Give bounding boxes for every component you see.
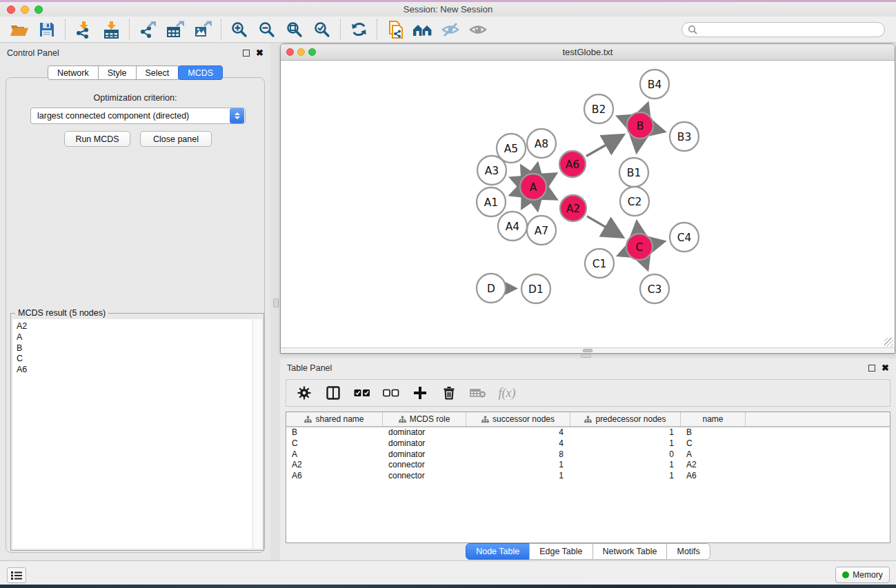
hide-selected-icon[interactable] (437, 18, 464, 41)
cell-name[interactable]: A2 (681, 460, 746, 471)
first-neighbors-icon[interactable] (409, 18, 437, 41)
cell-name[interactable]: A (681, 449, 746, 460)
cell-predecessor-nodes[interactable]: 1 (570, 460, 681, 471)
show-all-icon[interactable] (464, 18, 492, 41)
graph-edge-A2-C[interactable] (587, 216, 622, 237)
graph-node-D1[interactable]: D1 (521, 274, 550, 303)
delete-table-icon[interactable] (468, 383, 488, 403)
mcds-result-item[interactable]: B (17, 343, 252, 354)
table-row[interactable]: A2connector11A2 (286, 460, 890, 471)
tab-edge-table[interactable]: Edge Table (529, 543, 593, 560)
node-table[interactable]: shared nameMCDS rolesuccessor nodesprede… (286, 412, 890, 543)
cell-name[interactable]: B (681, 427, 746, 438)
graph-edge-A-A6[interactable] (547, 174, 555, 179)
graph-node-C2[interactable]: C2 (620, 187, 649, 216)
table-row[interactable]: A6connector11A6 (286, 471, 890, 482)
tab-node-table[interactable]: Node Table (466, 543, 530, 560)
column-header-MCDS-role[interactable]: MCDS role (383, 412, 466, 426)
mcds-result-list[interactable]: A2ABCA6 (12, 319, 253, 549)
table-row[interactable]: Bdominator41B (286, 427, 890, 438)
column-header-successor-nodes[interactable]: successor nodes (466, 412, 570, 426)
graph-node-A1[interactable]: A1 (477, 187, 506, 216)
graph-edge-B-B2[interactable] (619, 117, 626, 120)
graph-edge-C-C1[interactable] (619, 253, 625, 255)
column-header-name[interactable]: name (681, 412, 746, 426)
graph-edge-A-A4[interactable] (522, 201, 526, 207)
cell-predecessor-nodes[interactable]: 1 (570, 471, 681, 482)
graph-node-B[interactable]: B (627, 112, 653, 139)
zoom-fit-icon[interactable] (281, 18, 308, 41)
network-window-titlebar[interactable]: testGlobe.txt (281, 44, 895, 61)
graph-edge-A-A3[interactable] (512, 179, 519, 181)
tab-select[interactable]: Select (136, 65, 179, 80)
cell-MCDS-role[interactable]: dominator (383, 438, 466, 449)
graph-edge-A-A5[interactable] (521, 167, 525, 173)
cell-successor-nodes[interactable]: 4 (466, 438, 570, 449)
close-panel-button[interactable]: Close panel (140, 131, 212, 147)
cell-shared-name[interactable]: A (286, 449, 383, 460)
export-network-icon[interactable] (134, 18, 161, 41)
graph-edge-B-B4[interactable] (646, 104, 648, 110)
save-session-icon[interactable] (33, 18, 61, 41)
mcds-result-item[interactable]: A2 (17, 321, 252, 332)
graph-node-B4[interactable]: B4 (640, 70, 669, 99)
graph-edge-A-A2[interactable] (547, 194, 555, 199)
mcds-result-item[interactable]: C (17, 354, 252, 365)
export-image-icon[interactable] (189, 18, 217, 41)
memory-button[interactable]: Memory (835, 567, 890, 583)
vertical-splitter-grip[interactable] (273, 298, 279, 307)
cell-MCDS-role[interactable]: dominator (383, 427, 466, 438)
close-panel-icon[interactable]: ✖ (256, 50, 263, 57)
new-network-from-selection-icon[interactable] (381, 18, 409, 41)
column-visibility-icon[interactable] (323, 383, 343, 403)
graph-edge-B-B1[interactable] (637, 141, 638, 152)
float-panel-icon[interactable] (243, 50, 250, 57)
cell-MCDS-role[interactable]: connector (383, 460, 466, 471)
cell-shared-name[interactable]: A2 (286, 460, 383, 471)
graph-edge-A-A7[interactable] (536, 203, 537, 210)
column-header-shared-name[interactable]: shared name (286, 412, 383, 426)
task-history-button[interactable] (7, 567, 26, 583)
cell-predecessor-nodes[interactable]: 0 (570, 449, 681, 460)
float-panel-icon[interactable] (868, 365, 875, 372)
cell-name[interactable]: A6 (681, 471, 746, 482)
horizontal-splitter-grip[interactable] (581, 354, 591, 358)
cell-name[interactable]: C (681, 438, 746, 449)
graph-edge-C-C4[interactable] (655, 242, 664, 244)
open-file-icon[interactable] (6, 18, 33, 41)
cell-successor-nodes[interactable]: 1 (466, 471, 570, 482)
zoom-out-icon[interactable] (253, 18, 281, 41)
deselect-all-icon[interactable] (381, 383, 401, 403)
function-builder-icon[interactable]: f(x) (497, 383, 517, 403)
graph-edge-A-A8[interactable] (536, 165, 537, 172)
import-network-icon[interactable] (70, 18, 97, 41)
graph-node-C4[interactable]: C4 (670, 223, 699, 252)
delete-column-icon[interactable] (439, 383, 459, 403)
table-settings-icon[interactable] (295, 383, 314, 403)
graph-node-A7[interactable]: A7 (527, 216, 556, 245)
graph-node-A[interactable]: A (520, 174, 546, 200)
graph-edge-A6-B[interactable] (586, 135, 623, 156)
graph-node-B2[interactable]: B2 (584, 94, 613, 123)
zoom-selected-icon[interactable] (308, 18, 336, 41)
mcds-result-item[interactable]: A (17, 332, 252, 343)
cell-shared-name[interactable]: C (286, 438, 383, 449)
graph-node-C3[interactable]: C3 (640, 274, 669, 303)
cell-successor-nodes[interactable]: 4 (466, 427, 570, 438)
cell-predecessor-nodes[interactable]: 1 (570, 438, 681, 449)
tab-motifs[interactable]: Motifs (666, 543, 710, 560)
refresh-icon[interactable] (345, 18, 372, 41)
graph-edge-C-C3[interactable] (645, 262, 648, 269)
zoom-in-icon[interactable] (226, 18, 253, 41)
graph-node-A4[interactable]: A4 (498, 212, 527, 241)
graph-node-D[interactable]: D (477, 274, 506, 303)
add-column-icon[interactable] (410, 383, 430, 403)
tab-network-table[interactable]: Network Table (593, 543, 668, 560)
tab-network[interactable]: Network (48, 65, 99, 80)
tab-style[interactable]: Style (98, 65, 137, 80)
import-table-icon[interactable] (97, 18, 125, 41)
cell-predecessor-nodes[interactable]: 1 (570, 427, 681, 438)
close-panel-icon[interactable]: ✖ (882, 365, 889, 372)
network-horizontal-scrollbar[interactable] (281, 347, 895, 352)
scrollbar-thumb[interactable] (583, 349, 593, 352)
